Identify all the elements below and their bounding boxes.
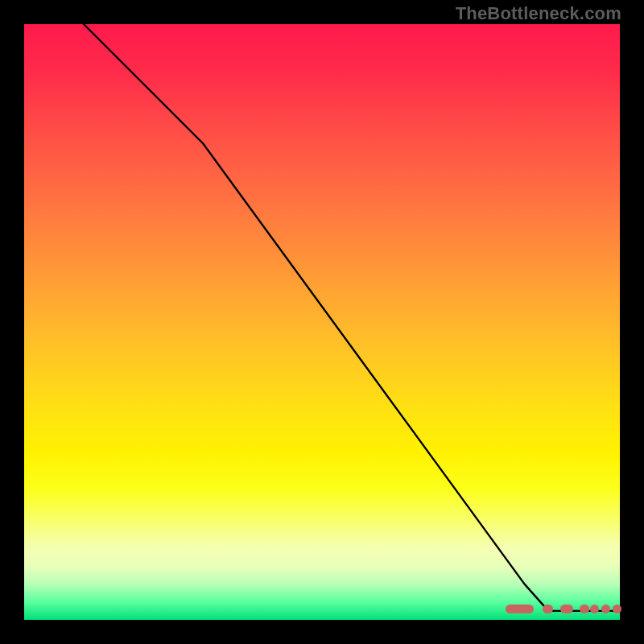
marker-segment <box>543 605 553 613</box>
marker-segment <box>560 605 573 613</box>
plot-area <box>24 24 620 620</box>
marker-dot <box>601 605 610 613</box>
marker-dot <box>590 605 599 613</box>
chart-stage: TheBottleneck.com <box>0 0 644 644</box>
bottleneck-curve <box>84 24 620 611</box>
marker-segment <box>580 605 589 613</box>
marker-dot <box>613 605 621 613</box>
marker-segment <box>506 605 534 613</box>
watermark-text: TheBottleneck.com <box>456 3 621 24</box>
curve-layer <box>24 24 620 620</box>
